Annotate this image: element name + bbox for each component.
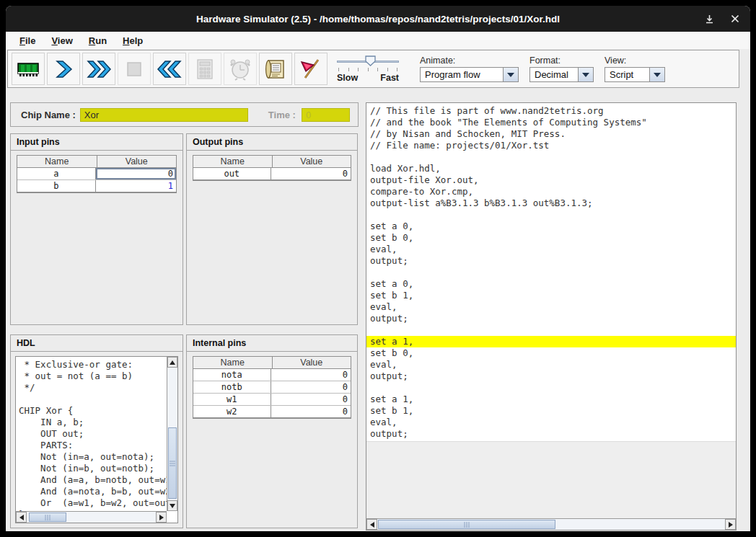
hdl-viewer[interactable]: * Exclusive-or gate: * out = not (a == b…	[15, 356, 178, 523]
script-code-line	[370, 382, 736, 394]
col-header-name: Name	[193, 156, 272, 167]
script-code-line: output;	[370, 370, 736, 382]
single-step-icon	[51, 57, 76, 81]
script-code-line: eval,	[370, 417, 736, 428]
output-pins-table: Name Value out 0	[193, 155, 351, 181]
load-script-button[interactable]	[259, 53, 292, 85]
pin-value: 0	[271, 406, 351, 417]
col-header-value: Value	[272, 357, 351, 368]
menu-view[interactable]: View	[45, 34, 79, 48]
speed-slider-track[interactable]	[337, 56, 399, 67]
hdl-vscroll-thumb[interactable]	[168, 427, 177, 498]
internal-pins-panel: Internal pins Name Value nota 0 notb 0 w…	[186, 334, 358, 528]
app-window: Hardware Simulator (2.5) - /home/thomas/…	[6, 6, 750, 531]
input-pins-title: Input pins	[11, 134, 183, 151]
table-row: notb 0	[193, 381, 351, 394]
format-label: Format:	[529, 56, 594, 66]
script-code-line	[370, 324, 736, 336]
format-dropdown-arrow-icon[interactable]	[578, 68, 593, 81]
script-code-line: compare-to Xor.cmp,	[370, 186, 736, 198]
script-hscroll-thumb[interactable]	[378, 520, 555, 529]
calculator-button[interactable]	[188, 53, 221, 85]
col-header-name: Name	[17, 156, 97, 167]
hdl-title: HDL	[11, 335, 183, 352]
scroll-up-arrow-icon[interactable]	[167, 357, 177, 368]
run-icon	[86, 57, 112, 81]
table-row: w1 0	[193, 394, 351, 406]
script-viewer[interactable]: // This file is part of www.nand2tetris.…	[366, 103, 736, 518]
clock-button[interactable]	[224, 53, 257, 85]
format-combo-group: Format: Decimal	[529, 56, 594, 82]
animate-dropdown-arrow-icon[interactable]	[503, 68, 518, 81]
hdl-code-line: CHIP Xor {	[19, 405, 167, 417]
script-code-line: eval,	[370, 301, 736, 313]
run-button[interactable]	[82, 53, 115, 85]
hdl-code-line: Not (in=b, out=notb);	[19, 463, 167, 474]
pin-name: a	[17, 168, 95, 179]
hdl-code-line: PARTS:	[19, 440, 167, 451]
close-icon[interactable]	[730, 14, 740, 24]
script-code-line: load Xor.hdl,	[370, 163, 736, 174]
animate-select[interactable]: Program flow	[420, 67, 519, 82]
chip-header: Chip Name : Xor Time : 0	[10, 102, 359, 127]
output-pins-title: Output pins	[187, 134, 357, 151]
animate-combo-group: Animate: Program flow	[420, 56, 519, 82]
script-code-line: set a 0,	[370, 278, 736, 290]
menu-help[interactable]: Help	[116, 34, 149, 48]
table-row: out 0	[193, 168, 351, 180]
load-chip-button[interactable]	[12, 53, 45, 85]
hdl-hscroll-thumb[interactable]	[29, 512, 66, 522]
calculator-icon	[193, 57, 217, 81]
hdl-code-line	[19, 394, 167, 405]
scroll-right-arrow-icon[interactable]	[725, 519, 736, 530]
menu-bar: File View Run Help	[6, 32, 750, 49]
slider-fast-label: Fast	[380, 73, 399, 83]
script-code-line	[370, 209, 736, 221]
menu-file[interactable]: File	[13, 34, 42, 48]
stop-icon	[123, 58, 145, 80]
pin-value: 0	[271, 369, 351, 381]
col-header-value: Value	[97, 156, 177, 167]
script-code-line: set a 1,	[366, 336, 736, 347]
view-dropdown-arrow-icon[interactable]	[649, 68, 664, 81]
view-select[interactable]: Script	[605, 67, 665, 82]
hdl-code-line: Not (in=a, out=nota);	[19, 451, 167, 463]
script-horizontal-scrollbar[interactable]	[366, 518, 736, 530]
time-field: 0	[302, 108, 350, 122]
output-pins-panel: Output pins Name Value out 0	[186, 133, 358, 325]
script-panel: // This file is part of www.nand2tetris.…	[366, 102, 737, 531]
table-row: b 1	[17, 180, 176, 192]
menu-run[interactable]: Run	[82, 34, 113, 48]
col-header-name: Name	[193, 357, 272, 368]
internal-pins-title: Internal pins	[187, 335, 357, 352]
reset-button[interactable]	[153, 53, 186, 85]
pin-name: out	[193, 168, 271, 179]
stop-button[interactable]	[118, 53, 151, 85]
pin-value-input[interactable]: 1	[95, 180, 177, 192]
col-header-value: Value	[272, 156, 351, 167]
format-select[interactable]: Decimal	[529, 67, 594, 82]
breakpoints-button[interactable]	[294, 53, 328, 85]
scroll-right-arrow-icon[interactable]	[156, 512, 167, 523]
view-label: View:	[605, 56, 665, 66]
pin-name: notb	[193, 381, 271, 393]
single-step-button[interactable]	[47, 53, 80, 85]
hdl-horizontal-scrollbar[interactable]	[16, 511, 167, 523]
script-code-line: eval,	[370, 359, 736, 370]
hdl-code: * Exclusive-or gate: * out = not (a == b…	[16, 357, 167, 511]
minimize-icon[interactable]	[704, 14, 714, 24]
scroll-down-arrow-icon[interactable]	[167, 500, 177, 511]
pin-value: 0	[271, 381, 351, 393]
speed-slider-thumb[interactable]	[365, 56, 376, 69]
script-code-line: set b 0,	[370, 232, 736, 244]
scroll-left-arrow-icon[interactable]	[366, 519, 377, 530]
reset-icon	[157, 57, 183, 81]
pin-value-input[interactable]: 0	[95, 168, 177, 179]
script-code-line: // by Nisan and Schocken, MIT Press.	[370, 128, 736, 140]
pin-name: w1	[193, 394, 271, 405]
hdl-vertical-scrollbar[interactable]	[167, 357, 177, 511]
view-combo-group: View: Script	[605, 56, 665, 82]
hdl-code-line: Or (a=w1, b=w2, out=out);	[19, 497, 167, 509]
pin-value: 0	[271, 394, 351, 405]
scroll-left-arrow-icon[interactable]	[16, 512, 27, 523]
